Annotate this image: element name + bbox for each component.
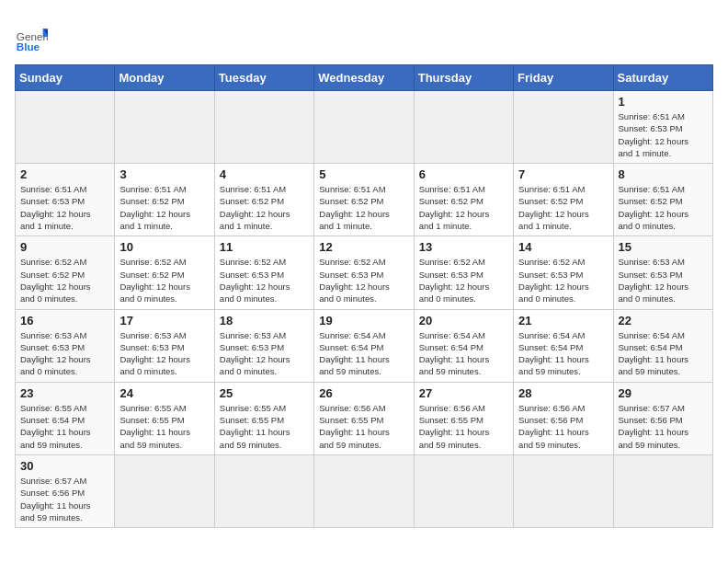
calendar-week-row: 23Sunrise: 6:55 AM Sunset: 6:54 PM Dayli… xyxy=(16,382,713,454)
column-header-sunday: Sunday xyxy=(16,65,115,91)
calendar-cell: 29Sunrise: 6:57 AM Sunset: 6:56 PM Dayli… xyxy=(613,382,712,454)
day-info: Sunrise: 6:53 AM Sunset: 6:53 PM Dayligh… xyxy=(619,256,708,304)
calendar-cell: 9Sunrise: 6:52 AM Sunset: 6:52 PM Daylig… xyxy=(16,236,115,309)
day-info: Sunrise: 6:52 AM Sunset: 6:53 PM Dayligh… xyxy=(220,256,309,304)
day-info: Sunrise: 6:52 AM Sunset: 6:53 PM Dayligh… xyxy=(518,256,608,304)
day-info: Sunrise: 6:55 AM Sunset: 6:55 PM Dayligh… xyxy=(119,402,209,451)
day-number: 22 xyxy=(619,314,708,327)
page-header: General Blue xyxy=(15,15,713,55)
day-number: 10 xyxy=(119,240,209,254)
calendar-cell xyxy=(414,91,513,164)
day-info: Sunrise: 6:54 AM Sunset: 6:54 PM Dayligh… xyxy=(619,329,708,378)
calendar-cell xyxy=(115,454,214,527)
calendar-table: SundayMondayTuesdayWednesdayThursdayFrid… xyxy=(15,64,713,528)
day-number: 23 xyxy=(20,386,109,400)
calendar-cell: 2Sunrise: 6:51 AM Sunset: 6:53 PM Daylig… xyxy=(16,164,115,236)
calendar-cell xyxy=(115,91,214,164)
day-number: 25 xyxy=(220,386,309,400)
calendar-cell: 20Sunrise: 6:54 AM Sunset: 6:54 PM Dayli… xyxy=(414,309,513,382)
day-info: Sunrise: 6:56 AM Sunset: 6:55 PM Dayligh… xyxy=(419,402,508,451)
calendar-cell: 6Sunrise: 6:51 AM Sunset: 6:52 PM Daylig… xyxy=(414,164,513,236)
calendar-cell: 25Sunrise: 6:55 AM Sunset: 6:55 PM Dayli… xyxy=(214,382,313,454)
calendar-cell: 12Sunrise: 6:52 AM Sunset: 6:53 PM Dayli… xyxy=(314,236,414,309)
day-info: Sunrise: 6:52 AM Sunset: 6:53 PM Dayligh… xyxy=(319,256,408,304)
calendar-cell xyxy=(16,91,115,164)
column-header-friday: Friday xyxy=(514,65,613,91)
calendar-week-row: 2Sunrise: 6:51 AM Sunset: 6:53 PM Daylig… xyxy=(16,164,713,236)
calendar-header-row: SundayMondayTuesdayWednesdayThursdayFrid… xyxy=(16,65,713,91)
column-header-wednesday: Wednesday xyxy=(314,65,414,91)
day-number: 16 xyxy=(20,314,109,327)
day-info: Sunrise: 6:55 AM Sunset: 6:55 PM Dayligh… xyxy=(220,402,309,451)
day-number: 1 xyxy=(619,95,708,109)
calendar-cell: 21Sunrise: 6:54 AM Sunset: 6:54 PM Dayli… xyxy=(514,309,613,382)
day-info: Sunrise: 6:53 AM Sunset: 6:53 PM Dayligh… xyxy=(119,329,209,378)
day-info: Sunrise: 6:53 AM Sunset: 6:53 PM Dayligh… xyxy=(20,329,109,378)
calendar-week-row: 16Sunrise: 6:53 AM Sunset: 6:53 PM Dayli… xyxy=(16,309,713,382)
calendar-cell xyxy=(613,454,712,527)
calendar-cell: 18Sunrise: 6:53 AM Sunset: 6:53 PM Dayli… xyxy=(214,309,313,382)
calendar-cell: 7Sunrise: 6:51 AM Sunset: 6:52 PM Daylig… xyxy=(514,164,613,236)
day-number: 29 xyxy=(619,386,708,400)
day-number: 2 xyxy=(20,167,109,181)
calendar-cell: 16Sunrise: 6:53 AM Sunset: 6:53 PM Dayli… xyxy=(16,309,115,382)
day-number: 6 xyxy=(419,167,508,181)
calendar-cell: 5Sunrise: 6:51 AM Sunset: 6:52 PM Daylig… xyxy=(314,164,414,236)
day-number: 26 xyxy=(319,386,408,400)
calendar-cell: 19Sunrise: 6:54 AM Sunset: 6:54 PM Dayli… xyxy=(314,309,414,382)
calendar-cell xyxy=(214,91,313,164)
column-header-thursday: Thursday xyxy=(414,65,513,91)
calendar-cell xyxy=(314,91,414,164)
day-info: Sunrise: 6:51 AM Sunset: 6:52 PM Dayligh… xyxy=(319,183,408,232)
day-info: Sunrise: 6:51 AM Sunset: 6:52 PM Dayligh… xyxy=(619,183,708,232)
day-info: Sunrise: 6:54 AM Sunset: 6:54 PM Dayligh… xyxy=(518,329,608,378)
day-number: 15 xyxy=(619,240,708,254)
calendar-week-row: 9Sunrise: 6:52 AM Sunset: 6:52 PM Daylig… xyxy=(16,236,713,309)
day-info: Sunrise: 6:52 AM Sunset: 6:52 PM Dayligh… xyxy=(119,256,209,304)
calendar-cell: 28Sunrise: 6:56 AM Sunset: 6:56 PM Dayli… xyxy=(514,382,613,454)
logo: General Blue xyxy=(15,22,48,55)
calendar-cell: 15Sunrise: 6:53 AM Sunset: 6:53 PM Dayli… xyxy=(613,236,712,309)
day-info: Sunrise: 6:53 AM Sunset: 6:53 PM Dayligh… xyxy=(220,329,309,378)
day-info: Sunrise: 6:51 AM Sunset: 6:53 PM Dayligh… xyxy=(20,183,109,232)
calendar-cell xyxy=(414,454,513,527)
day-number: 17 xyxy=(119,314,209,327)
day-number: 20 xyxy=(419,314,508,327)
calendar-cell: 14Sunrise: 6:52 AM Sunset: 6:53 PM Dayli… xyxy=(514,236,613,309)
calendar-cell: 26Sunrise: 6:56 AM Sunset: 6:55 PM Dayli… xyxy=(314,382,414,454)
calendar-cell xyxy=(214,454,313,527)
day-number: 13 xyxy=(419,240,508,254)
logo-icon: General Blue xyxy=(15,22,48,55)
day-number: 19 xyxy=(319,314,408,327)
calendar-cell: 13Sunrise: 6:52 AM Sunset: 6:53 PM Dayli… xyxy=(414,236,513,309)
day-number: 27 xyxy=(419,386,508,400)
day-number: 18 xyxy=(220,314,309,327)
day-info: Sunrise: 6:52 AM Sunset: 6:53 PM Dayligh… xyxy=(419,256,508,304)
calendar-cell: 22Sunrise: 6:54 AM Sunset: 6:54 PM Dayli… xyxy=(613,309,712,382)
calendar-week-row: 1Sunrise: 6:51 AM Sunset: 6:53 PM Daylig… xyxy=(16,91,713,164)
calendar-cell xyxy=(314,454,414,527)
day-info: Sunrise: 6:51 AM Sunset: 6:52 PM Dayligh… xyxy=(119,183,209,232)
column-header-tuesday: Tuesday xyxy=(214,65,313,91)
day-number: 11 xyxy=(220,240,309,254)
day-number: 3 xyxy=(119,167,209,181)
day-info: Sunrise: 6:55 AM Sunset: 6:54 PM Dayligh… xyxy=(20,402,109,451)
svg-text:Blue: Blue xyxy=(17,40,40,52)
day-number: 28 xyxy=(518,386,608,400)
day-info: Sunrise: 6:51 AM Sunset: 6:52 PM Dayligh… xyxy=(419,183,508,232)
day-number: 24 xyxy=(119,386,209,400)
day-number: 30 xyxy=(20,459,109,473)
day-number: 8 xyxy=(619,167,708,181)
calendar-cell xyxy=(514,91,613,164)
day-info: Sunrise: 6:52 AM Sunset: 6:52 PM Dayligh… xyxy=(20,256,109,304)
calendar-cell: 11Sunrise: 6:52 AM Sunset: 6:53 PM Dayli… xyxy=(214,236,313,309)
day-info: Sunrise: 6:57 AM Sunset: 6:56 PM Dayligh… xyxy=(20,475,109,523)
calendar-cell: 4Sunrise: 6:51 AM Sunset: 6:52 PM Daylig… xyxy=(214,164,313,236)
calendar-cell: 27Sunrise: 6:56 AM Sunset: 6:55 PM Dayli… xyxy=(414,382,513,454)
column-header-saturday: Saturday xyxy=(613,65,712,91)
day-info: Sunrise: 6:51 AM Sunset: 6:53 PM Dayligh… xyxy=(619,110,708,159)
calendar-cell: 8Sunrise: 6:51 AM Sunset: 6:52 PM Daylig… xyxy=(613,164,712,236)
calendar-cell: 23Sunrise: 6:55 AM Sunset: 6:54 PM Dayli… xyxy=(16,382,115,454)
column-header-monday: Monday xyxy=(115,65,214,91)
day-info: Sunrise: 6:57 AM Sunset: 6:56 PM Dayligh… xyxy=(619,402,708,451)
